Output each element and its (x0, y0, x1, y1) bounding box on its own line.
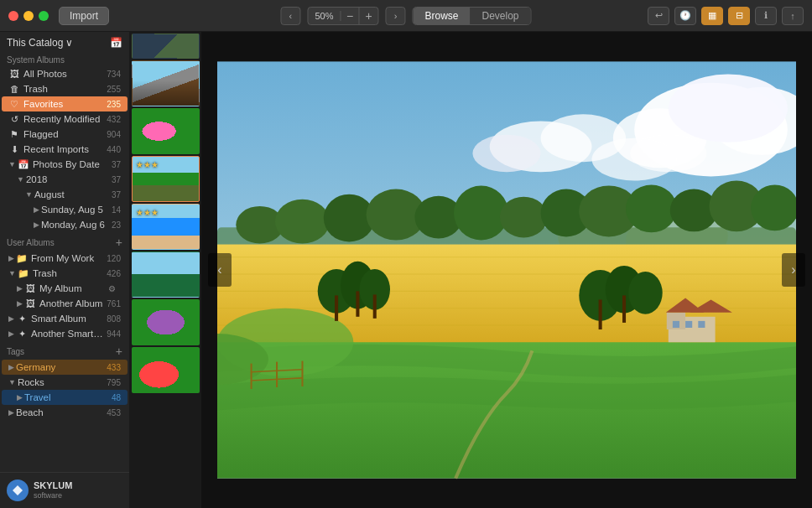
sidebar-item-tag-rocks[interactable]: ▼ Rocks 795 (2, 375, 128, 390)
user-albums-label: User Albums (7, 238, 55, 247)
gear-icon: ⚙ (106, 284, 117, 293)
sidebar-item-another-album[interactable]: ▶ 🖼 Another Album 761 (2, 296, 128, 311)
sidebar-item-recently-modified[interactable]: ↺ Recently Modified 432 (2, 111, 128, 127)
sidebar-item-my-album[interactable]: ▶ 🖼 My Album ⚙ (2, 281, 128, 296)
undo-button[interactable]: ↩ (648, 7, 669, 25)
expand-icon: ▼ (8, 378, 16, 386)
date-icon: 📅 (18, 159, 29, 170)
minimize-button[interactable] (23, 11, 34, 21)
trash-icon: 🗑 (8, 84, 20, 94)
svg-rect-43 (599, 300, 602, 330)
adjustments-toggle-button[interactable]: ⊟ (728, 7, 750, 25)
zoom-minus-button[interactable]: − (341, 7, 359, 25)
add-tag-button[interactable]: + (116, 345, 122, 358)
svg-rect-41 (373, 294, 377, 318)
filmstrip-thumb-4[interactable]: ★★★ (132, 204, 200, 250)
svg-point-20 (500, 197, 548, 238)
svg-rect-53 (698, 321, 705, 328)
sidebar-item-another-smart-album[interactable]: ▶ ✦ Another Smart A... 944 (2, 326, 128, 341)
calendar-icon[interactable]: 📅 (110, 37, 122, 49)
sidebar-item-all-photos[interactable]: 🖼 All Photos 734 (2, 66, 128, 81)
imports-icon: ⬇ (8, 144, 20, 155)
star-badge: ★★★ (136, 208, 159, 217)
main-layout: This Catalog ∨ 📅 System Albums 🖼 All Pho… (0, 32, 812, 508)
flag-icon: ⚑ (8, 129, 20, 140)
develop-mode-button[interactable]: Develop (471, 8, 531, 24)
sidebar-item-tag-beach[interactable]: ▶ Beach 453 (2, 405, 128, 420)
main-preview: ‹ (201, 32, 812, 508)
svg-point-19 (454, 186, 508, 241)
sidebar-item-favorites[interactable]: ♡ Favorites 235 (2, 96, 128, 111)
sidebar-item-tag-travel[interactable]: ▶ Travel 48 (2, 390, 128, 405)
star-badge: ★★★ (136, 160, 159, 169)
nav-forward-button[interactable]: › (385, 7, 405, 25)
sidebar-item-year-2018[interactable]: ▼ 2018 37 (2, 172, 128, 187)
catalog-name[interactable]: This Catalog ∨ (7, 37, 73, 49)
svg-marker-0 (13, 485, 23, 495)
browse-mode-button[interactable]: Browse (413, 8, 470, 24)
titlebar: Import ‹ 50% − + › Browse Develop ↩ 🕐 ▦ … (0, 0, 812, 32)
next-image-button[interactable]: › (782, 253, 805, 287)
traffic-lights (8, 11, 49, 21)
expand-icon: ▶ (8, 363, 14, 371)
skylum-text: SKYLUM software (34, 480, 72, 500)
expand-icon: ▼ (8, 269, 16, 277)
album-icon: 🖼 (24, 298, 36, 308)
heart-icon: ♡ (8, 99, 20, 110)
svg-point-10 (472, 135, 540, 173)
skylum-footer: SKYLUM software (0, 472, 129, 508)
expand-icon: ▶ (8, 254, 14, 262)
svg-rect-39 (356, 291, 359, 316)
filmstrip-thumb-3[interactable]: ★★★ (132, 156, 200, 202)
sidebar-item-aug5[interactable]: ▶ Sunday, Aug 5 14 (2, 202, 128, 217)
info-button[interactable]: ℹ (755, 7, 777, 25)
expand-icon: ▶ (17, 284, 23, 293)
filmstrip: ★★★ ★★★ (130, 32, 201, 508)
sidebar-item-recent-imports[interactable]: ⬇ Recent Imports 440 (2, 142, 128, 157)
sidebar-item-smart-album[interactable]: ▶ ✦ Smart Album 808 (2, 311, 128, 326)
filmstrip-thumb-6[interactable] (132, 299, 200, 345)
filmstrip-thumb-7[interactable] (132, 347, 200, 393)
sidebar-item-aug6[interactable]: ▶ Monday, Aug 6 23 (2, 217, 128, 232)
expand-icon: ▶ (17, 393, 23, 402)
svg-rect-52 (685, 321, 692, 328)
zoom-plus-button[interactable]: + (359, 7, 377, 25)
expand-icon: ▼ (8, 160, 16, 168)
tags-label: Tags (7, 347, 24, 356)
landscape-svg (217, 60, 796, 479)
expand-icon: ▶ (8, 408, 14, 417)
sidebar-item-trash-system[interactable]: 🗑 Trash 255 (2, 81, 128, 96)
sidebar-item-photos-by-date[interactable]: ▼ 📅 Photos By Date 37 (2, 157, 128, 172)
nav-back-button[interactable]: ‹ (280, 7, 300, 25)
album-icon: 🖼 (24, 283, 36, 293)
filmstrip-toggle-button[interactable]: ▦ (701, 7, 723, 25)
filmstrip-thumb-1[interactable] (132, 60, 200, 106)
expand-icon: ▶ (8, 329, 14, 338)
sidebar-item-flagged[interactable]: ⚑ Flagged 904 (2, 127, 128, 142)
titlebar-center: ‹ 50% − + › Browse Develop (280, 7, 531, 25)
catalog-header: This Catalog ∨ 📅 (0, 32, 129, 52)
fullscreen-button[interactable] (39, 11, 49, 21)
svg-point-7 (669, 75, 788, 143)
sidebar-item-august[interactable]: ▼ August 37 (2, 187, 128, 202)
prev-image-button[interactable]: ‹ (208, 253, 232, 287)
sidebar-item-tag-germany[interactable]: ▶ Germany 433 (2, 360, 128, 375)
filmstrip-thumb-5[interactable] (132, 251, 200, 298)
expand-icon: ▶ (34, 220, 39, 229)
history-button[interactable]: 🕐 (674, 7, 696, 25)
skylum-logo (7, 479, 29, 501)
sidebar-item-trash-user[interactable]: ▼ 📁 Trash 426 (2, 266, 128, 281)
svg-rect-37 (335, 295, 338, 320)
sidebar-item-from-my-work[interactable]: ▶ 📁 From My Work 120 (2, 251, 128, 266)
filmstrip-thumb-2[interactable] (132, 108, 200, 154)
import-button[interactable]: Import (59, 7, 109, 25)
preview-image (217, 60, 796, 479)
zoom-control: 50% − + (307, 7, 378, 25)
add-album-button[interactable]: + (116, 236, 122, 249)
svg-rect-45 (622, 295, 626, 322)
sidebar: This Catalog ∨ 📅 System Albums 🖼 All Pho… (0, 32, 130, 508)
share-button[interactable]: ↑ (782, 7, 804, 25)
modified-icon: ↺ (8, 114, 20, 125)
close-button[interactable] (8, 11, 18, 21)
filmstrip-thumb-0[interactable] (132, 34, 200, 59)
